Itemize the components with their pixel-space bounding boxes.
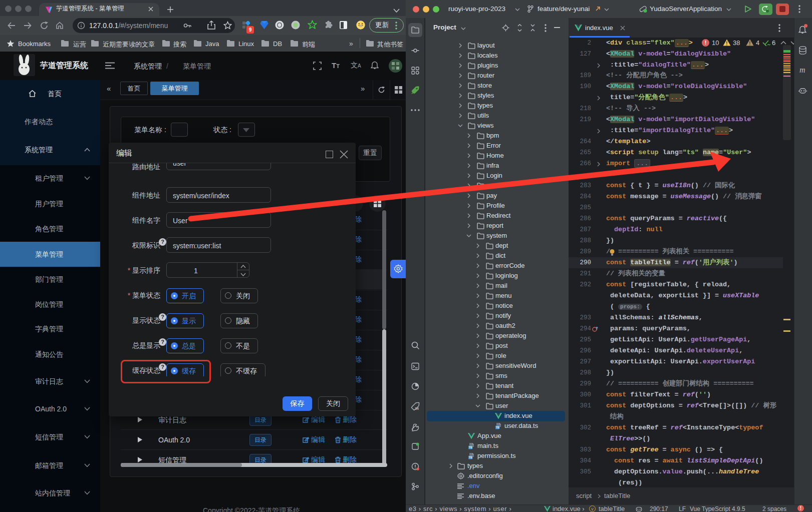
svg-text:TS: TS [496,426,499,429]
svg-text:TS: TS [469,446,472,449]
svg-text:JR: JR [414,407,419,410]
svg-text:TS: TS [469,456,472,459]
